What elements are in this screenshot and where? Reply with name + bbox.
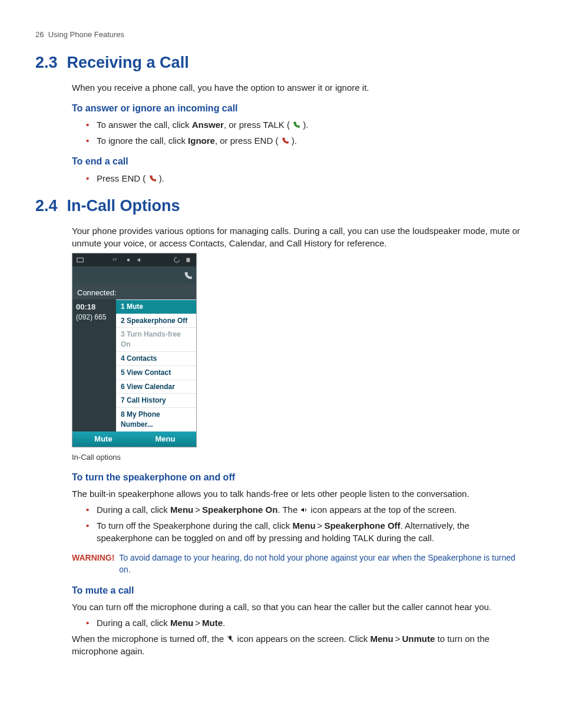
phone-call-timer: 00:18 xyxy=(76,302,113,312)
phone-menu: 1 Mute2 Speakerphone Off3 Turn Hands-fre… xyxy=(116,299,196,431)
subheading-speakerphone: To turn the speakerphone on and off xyxy=(72,471,527,484)
phone-menu-item: 6 View Calendar xyxy=(116,380,196,394)
svg-rect-3 xyxy=(187,258,190,262)
phone-menu-item: 1 Mute xyxy=(116,299,196,314)
phone-menu-item: 2 Speakerphone Off xyxy=(116,314,196,328)
section-2-4-heading: 2.4 In-Call Options xyxy=(35,195,527,218)
warning-text: To avoid damage to your hearing, do not … xyxy=(119,552,527,575)
phone-menu-item: 4 Contacts xyxy=(116,351,196,365)
bullet-list: During a call, click Menu>Speakerphone O… xyxy=(72,503,527,544)
bullet-list: Press END ( ). xyxy=(72,172,527,185)
softkey-right: Menu xyxy=(134,431,196,447)
end-icon xyxy=(281,136,289,144)
phone-softkeys: Mute Menu xyxy=(72,431,196,447)
page-number: 26 xyxy=(35,30,44,39)
section-number: 2.4 xyxy=(35,195,58,218)
section-intro: Your phone provides various options for … xyxy=(72,225,527,249)
paragraph: You can turn off the microphone during a… xyxy=(72,601,527,613)
phone-call-panel: 00:18 (092) 665 xyxy=(72,299,116,431)
subheading-mute: To mute a call xyxy=(72,584,527,597)
sound-icon xyxy=(124,256,133,264)
paragraph: The built-in speakerphone allows you to … xyxy=(72,487,527,500)
warning: WARNING! To avoid damage to your hearing… xyxy=(72,552,527,575)
phone-menu-item: 5 View Contact xyxy=(116,365,196,380)
section-intro: When you receive a phone call, you have … xyxy=(72,81,527,94)
phone-menu-item: 8 My Phone Number... xyxy=(116,407,196,431)
phone-connected-label: Connected: xyxy=(72,284,196,299)
page-title: Using Phone Features xyxy=(48,30,124,39)
bullet-list: To answer the call, click Answer, or pre… xyxy=(72,118,527,147)
bullet-item: During a call, click Menu>Mute. xyxy=(86,617,527,629)
phone-menu-item: 3 Turn Hands-free On xyxy=(116,327,196,351)
section-2-3-heading: 2.3 Receiving a Call xyxy=(35,52,527,74)
mute-icon xyxy=(226,634,234,642)
section-number: 2.3 xyxy=(35,52,58,74)
figure-caption: In-Call options xyxy=(72,452,527,463)
bullet-item: To answer the call, click Answer, or pre… xyxy=(86,118,527,131)
section-title: Receiving a Call xyxy=(67,52,189,74)
subheading-end-call: To end a call xyxy=(72,155,527,168)
section-title: In-Call Options xyxy=(67,195,180,218)
end-icon xyxy=(148,173,157,182)
bullet-item: To turn off the Speakerphone during the … xyxy=(86,519,527,544)
bullet-item: Press END ( ). xyxy=(86,172,527,185)
bold-answer: Answer xyxy=(192,120,224,130)
svg-text:1X: 1X xyxy=(113,258,117,261)
call-icon xyxy=(183,271,191,279)
battery-icon xyxy=(184,256,193,264)
phone-subbar xyxy=(72,266,196,284)
warning-label: WARNING! xyxy=(72,552,114,575)
bullet-list: During a call, click Menu>Mute. xyxy=(72,617,527,629)
phone-menu-item: 7 Call History xyxy=(116,393,196,407)
signal-icon: 1X xyxy=(113,256,121,264)
paragraph: When the microphone is turned off, the i… xyxy=(72,633,527,657)
status-icon xyxy=(76,256,84,264)
softkey-left: Mute xyxy=(72,431,134,447)
subheading-answer-ignore: To answer or ignore an incoming call xyxy=(72,102,527,115)
bullet-item: To ignore the call, click Ignore, or pre… xyxy=(86,134,527,147)
sync-icon xyxy=(173,256,181,264)
bullet-item: During a call, click Menu>Speakerphone O… xyxy=(86,503,527,516)
speakerphone-icon xyxy=(300,505,308,513)
talk-icon xyxy=(292,120,300,128)
bold-ignore: Ignore xyxy=(188,136,215,146)
page-header: 26 Using Phone Features xyxy=(35,29,527,40)
phone-statusbar: 1X xyxy=(72,253,196,266)
svg-rect-0 xyxy=(77,258,84,262)
phone-screenshot: 1X Connected: 00:18 (092) 665 1 Mute2 Sp… xyxy=(72,253,197,447)
speakerphone-icon xyxy=(136,256,144,264)
svg-point-2 xyxy=(127,258,130,261)
phone-caller-number: (092) 665 xyxy=(76,312,113,322)
